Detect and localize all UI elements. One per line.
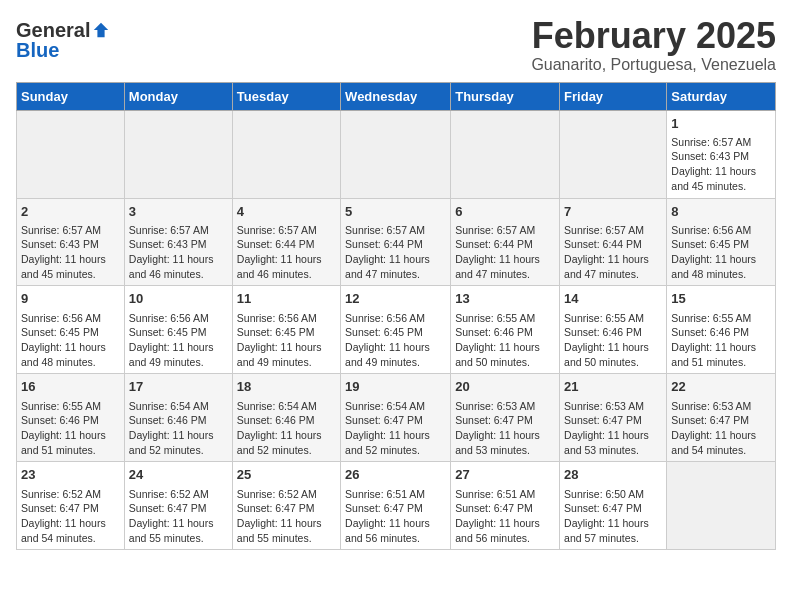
calendar-cell: 18Sunrise: 6:54 AMSunset: 6:46 PMDayligh… bbox=[232, 374, 340, 462]
sunset-text: Sunset: 6:47 PM bbox=[237, 502, 315, 514]
sunrise-text: Sunrise: 6:55 AM bbox=[21, 400, 101, 412]
weekday-header-saturday: Saturday bbox=[667, 82, 776, 110]
sunrise-text: Sunrise: 6:55 AM bbox=[564, 312, 644, 324]
calendar-table: SundayMondayTuesdayWednesdayThursdayFrid… bbox=[16, 82, 776, 551]
calendar-cell: 24Sunrise: 6:52 AMSunset: 6:47 PMDayligh… bbox=[124, 462, 232, 550]
weekday-header-tuesday: Tuesday bbox=[232, 82, 340, 110]
sunset-text: Sunset: 6:43 PM bbox=[21, 238, 99, 250]
calendar-cell: 27Sunrise: 6:51 AMSunset: 6:47 PMDayligh… bbox=[451, 462, 560, 550]
week-row-2: 9Sunrise: 6:56 AMSunset: 6:45 PMDaylight… bbox=[17, 286, 776, 374]
calendar-cell: 11Sunrise: 6:56 AMSunset: 6:45 PMDayligh… bbox=[232, 286, 340, 374]
sunset-text: Sunset: 6:45 PM bbox=[21, 326, 99, 338]
sunrise-text: Sunrise: 6:56 AM bbox=[129, 312, 209, 324]
day-number: 15 bbox=[671, 290, 771, 308]
calendar-cell: 25Sunrise: 6:52 AMSunset: 6:47 PMDayligh… bbox=[232, 462, 340, 550]
sunrise-text: Sunrise: 6:55 AM bbox=[671, 312, 751, 324]
calendar-cell: 15Sunrise: 6:55 AMSunset: 6:46 PMDayligh… bbox=[667, 286, 776, 374]
sunrise-text: Sunrise: 6:54 AM bbox=[237, 400, 317, 412]
day-number: 20 bbox=[455, 378, 555, 396]
calendar-cell bbox=[17, 110, 125, 198]
sunset-text: Sunset: 6:45 PM bbox=[129, 326, 207, 338]
calendar-cell: 2Sunrise: 6:57 AMSunset: 6:43 PMDaylight… bbox=[17, 198, 125, 286]
sunrise-text: Sunrise: 6:53 AM bbox=[455, 400, 535, 412]
week-row-4: 23Sunrise: 6:52 AMSunset: 6:47 PMDayligh… bbox=[17, 462, 776, 550]
sunset-text: Sunset: 6:46 PM bbox=[129, 414, 207, 426]
title-area: February 2025 Guanarito, Portuguesa, Ven… bbox=[531, 16, 776, 74]
sunset-text: Sunset: 6:47 PM bbox=[455, 502, 533, 514]
daylight-text: Daylight: 11 hours and 55 minutes. bbox=[129, 517, 214, 544]
week-row-1: 2Sunrise: 6:57 AMSunset: 6:43 PMDaylight… bbox=[17, 198, 776, 286]
day-number: 25 bbox=[237, 466, 336, 484]
daylight-text: Daylight: 11 hours and 51 minutes. bbox=[21, 429, 106, 456]
day-number: 4 bbox=[237, 203, 336, 221]
sunrise-text: Sunrise: 6:57 AM bbox=[564, 224, 644, 236]
daylight-text: Daylight: 11 hours and 52 minutes. bbox=[345, 429, 430, 456]
sunset-text: Sunset: 6:47 PM bbox=[345, 502, 423, 514]
sunset-text: Sunset: 6:46 PM bbox=[237, 414, 315, 426]
day-number: 22 bbox=[671, 378, 771, 396]
sunset-text: Sunset: 6:44 PM bbox=[564, 238, 642, 250]
sunset-text: Sunset: 6:47 PM bbox=[564, 502, 642, 514]
sunset-text: Sunset: 6:44 PM bbox=[455, 238, 533, 250]
header: General Blue February 2025 Guanarito, Po… bbox=[16, 16, 776, 74]
daylight-text: Daylight: 11 hours and 56 minutes. bbox=[345, 517, 430, 544]
calendar-cell: 17Sunrise: 6:54 AMSunset: 6:46 PMDayligh… bbox=[124, 374, 232, 462]
sunset-text: Sunset: 6:44 PM bbox=[345, 238, 423, 250]
sunset-text: Sunset: 6:45 PM bbox=[345, 326, 423, 338]
sunrise-text: Sunrise: 6:52 AM bbox=[129, 488, 209, 500]
sunrise-text: Sunrise: 6:56 AM bbox=[237, 312, 317, 324]
sunset-text: Sunset: 6:47 PM bbox=[455, 414, 533, 426]
daylight-text: Daylight: 11 hours and 56 minutes. bbox=[455, 517, 540, 544]
sunset-text: Sunset: 6:46 PM bbox=[455, 326, 533, 338]
daylight-text: Daylight: 11 hours and 52 minutes. bbox=[237, 429, 322, 456]
svg-marker-0 bbox=[94, 23, 108, 37]
sunset-text: Sunset: 6:45 PM bbox=[671, 238, 749, 250]
daylight-text: Daylight: 11 hours and 53 minutes. bbox=[455, 429, 540, 456]
sunset-text: Sunset: 6:43 PM bbox=[129, 238, 207, 250]
day-number: 14 bbox=[564, 290, 662, 308]
weekday-header-thursday: Thursday bbox=[451, 82, 560, 110]
day-number: 9 bbox=[21, 290, 120, 308]
daylight-text: Daylight: 11 hours and 47 minutes. bbox=[345, 253, 430, 280]
calendar-cell: 20Sunrise: 6:53 AMSunset: 6:47 PMDayligh… bbox=[451, 374, 560, 462]
day-number: 2 bbox=[21, 203, 120, 221]
logo-blue-text: Blue bbox=[16, 40, 59, 60]
sunrise-text: Sunrise: 6:57 AM bbox=[21, 224, 101, 236]
day-number: 26 bbox=[345, 466, 446, 484]
sunset-text: Sunset: 6:47 PM bbox=[21, 502, 99, 514]
calendar-cell: 3Sunrise: 6:57 AMSunset: 6:43 PMDaylight… bbox=[124, 198, 232, 286]
sunset-text: Sunset: 6:47 PM bbox=[129, 502, 207, 514]
day-number: 23 bbox=[21, 466, 120, 484]
calendar-cell: 21Sunrise: 6:53 AMSunset: 6:47 PMDayligh… bbox=[560, 374, 667, 462]
calendar-cell: 1Sunrise: 6:57 AMSunset: 6:43 PMDaylight… bbox=[667, 110, 776, 198]
sunrise-text: Sunrise: 6:57 AM bbox=[129, 224, 209, 236]
sunrise-text: Sunrise: 6:56 AM bbox=[21, 312, 101, 324]
sunrise-text: Sunrise: 6:57 AM bbox=[455, 224, 535, 236]
daylight-text: Daylight: 11 hours and 51 minutes. bbox=[671, 341, 756, 368]
calendar-cell: 5Sunrise: 6:57 AMSunset: 6:44 PMDaylight… bbox=[341, 198, 451, 286]
calendar-cell: 12Sunrise: 6:56 AMSunset: 6:45 PMDayligh… bbox=[341, 286, 451, 374]
sunrise-text: Sunrise: 6:53 AM bbox=[671, 400, 751, 412]
day-number: 12 bbox=[345, 290, 446, 308]
calendar-cell: 23Sunrise: 6:52 AMSunset: 6:47 PMDayligh… bbox=[17, 462, 125, 550]
day-number: 8 bbox=[671, 203, 771, 221]
day-number: 1 bbox=[671, 115, 771, 133]
daylight-text: Daylight: 11 hours and 52 minutes. bbox=[129, 429, 214, 456]
sunrise-text: Sunrise: 6:54 AM bbox=[345, 400, 425, 412]
calendar-cell: 8Sunrise: 6:56 AMSunset: 6:45 PMDaylight… bbox=[667, 198, 776, 286]
week-row-3: 16Sunrise: 6:55 AMSunset: 6:46 PMDayligh… bbox=[17, 374, 776, 462]
daylight-text: Daylight: 11 hours and 45 minutes. bbox=[21, 253, 106, 280]
sunrise-text: Sunrise: 6:50 AM bbox=[564, 488, 644, 500]
sunrise-text: Sunrise: 6:52 AM bbox=[237, 488, 317, 500]
calendar-body: 1Sunrise: 6:57 AMSunset: 6:43 PMDaylight… bbox=[17, 110, 776, 550]
sunset-text: Sunset: 6:44 PM bbox=[237, 238, 315, 250]
calendar-cell: 4Sunrise: 6:57 AMSunset: 6:44 PMDaylight… bbox=[232, 198, 340, 286]
calendar-cell bbox=[124, 110, 232, 198]
daylight-text: Daylight: 11 hours and 49 minutes. bbox=[129, 341, 214, 368]
weekday-row: SundayMondayTuesdayWednesdayThursdayFrid… bbox=[17, 82, 776, 110]
day-number: 16 bbox=[21, 378, 120, 396]
week-row-0: 1Sunrise: 6:57 AMSunset: 6:43 PMDaylight… bbox=[17, 110, 776, 198]
day-number: 5 bbox=[345, 203, 446, 221]
calendar-cell: 19Sunrise: 6:54 AMSunset: 6:47 PMDayligh… bbox=[341, 374, 451, 462]
day-number: 13 bbox=[455, 290, 555, 308]
